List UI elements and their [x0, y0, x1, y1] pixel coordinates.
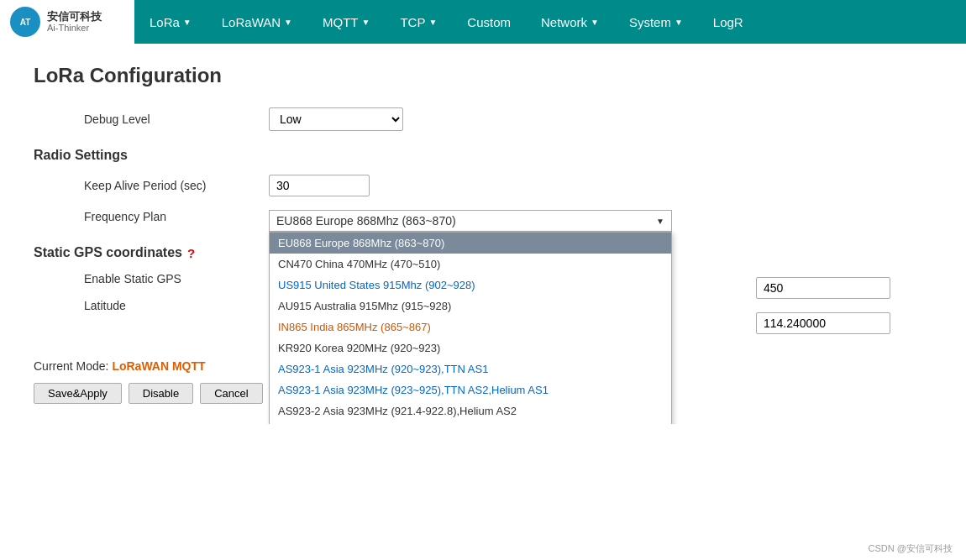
- network-caret: ▼: [591, 18, 599, 27]
- keep-alive-row: Keep Alive Period (sec) 30: [34, 175, 890, 196]
- debug-level-row: Debug Level Low Medium High: [34, 107, 890, 131]
- keep-alive-label: Keep Alive Period (sec): [34, 179, 269, 192]
- nav-tcp[interactable]: TCP ▼: [385, 0, 452, 44]
- frequency-dropdown-container: EU868 Europe 868Mhz (863~870) ▼ EU868 Eu…: [269, 210, 672, 232]
- save-apply-button[interactable]: Save&Apply: [34, 383, 122, 404]
- debug-level-label: Debug Level: [34, 113, 269, 126]
- enable-gps-input[interactable]: 450: [756, 277, 890, 299]
- lora-caret: ▼: [183, 18, 192, 27]
- frequency-plan-label: Frequency Plan: [34, 210, 269, 223]
- nav-mqtt[interactable]: MQTT ▼: [307, 0, 385, 44]
- keep-alive-input[interactable]: 30: [269, 175, 370, 196]
- dropdown-item-as923-3[interactable]: AS923-3 Asia 923MHz (916.6-918.2),Helium…: [270, 421, 671, 424]
- enable-gps-label: Enable Static GPS: [34, 272, 269, 285]
- brand-sub: Ai-Thinker: [47, 23, 102, 34]
- nav-custom[interactable]: Custom: [452, 0, 526, 44]
- dropdown-item-us915[interactable]: US915 United States 915Mhz (902~928): [270, 275, 671, 296]
- dropdown-item-as923-2[interactable]: AS923-2 Asia 923MHz (921.4-922.8),Helium…: [270, 400, 671, 421]
- current-mode-label: Current Mode:: [34, 359, 108, 373]
- lorawan-caret: ▼: [284, 18, 292, 27]
- dropdown-item-cn470[interactable]: CN470 China 470MHz (470~510): [270, 254, 671, 275]
- dropdown-item-as923-1b[interactable]: AS923-1 Asia 923MHz (923~925),TTN AS2,He…: [270, 379, 671, 400]
- gps-help-icon[interactable]: ?: [187, 246, 195, 260]
- nav-system[interactable]: System ▼: [614, 0, 698, 44]
- radio-settings-heading: Radio Settings: [34, 148, 890, 163]
- disable-button[interactable]: Disable: [129, 383, 193, 404]
- tcp-caret: ▼: [428, 18, 437, 27]
- brand-name: 安信可科技: [47, 10, 102, 24]
- frequency-select-display[interactable]: EU868 Europe 868Mhz (863~870) ▼: [269, 210, 672, 232]
- gps-heading: Static GPS coordinates: [34, 245, 182, 260]
- main-content: LoRa Configuration Debug Level Low Mediu…: [0, 44, 924, 424]
- nav-lorawan[interactable]: LoRaWAN ▼: [207, 0, 307, 44]
- frequency-plan-row: Frequency Plan EU868 Europe 868Mhz (863~…: [34, 210, 890, 232]
- gps-right-inputs: 450 114.240000: [756, 272, 890, 334]
- latitude-label: Latitude: [34, 299, 269, 312]
- dropdown-item-kr920[interactable]: KR920 Korea 920MHz (920~923): [270, 338, 671, 359]
- nav-logr[interactable]: LogR: [698, 0, 759, 44]
- nav-items: LoRa ▼ LoRaWAN ▼ MQTT ▼ TCP ▼ Custom Net…: [134, 0, 759, 44]
- frequency-selected-text: EU868 Europe 868Mhz (863~870): [276, 214, 456, 228]
- svg-text:AT: AT: [20, 18, 31, 27]
- mqtt-caret: ▼: [361, 18, 370, 27]
- frequency-dropdown-arrow: ▼: [656, 217, 664, 226]
- brand-text: 安信可科技 Ai-Thinker: [47, 10, 102, 34]
- dropdown-item-eu868[interactable]: EU868 Europe 868Mhz (863~870): [270, 233, 671, 254]
- brand: AT 安信可科技 Ai-Thinker: [0, 0, 134, 44]
- latitude-input[interactable]: 114.240000: [756, 312, 890, 334]
- current-mode-value: LoRaWAN MQTT: [112, 359, 205, 373]
- system-caret: ▼: [675, 18, 683, 27]
- dropdown-item-in865[interactable]: IN865 India 865MHz (865~867): [270, 317, 671, 338]
- frequency-dropdown-list: EU868 Europe 868Mhz (863~870) CN470 Chin…: [269, 232, 672, 424]
- dropdown-item-as923-1a[interactable]: AS923-1 Asia 923MHz (920~923),TTN AS1: [270, 359, 671, 379]
- cancel-button[interactable]: Cancel: [200, 383, 262, 404]
- debug-level-select[interactable]: Low Medium High: [269, 107, 403, 131]
- nav-lora[interactable]: LoRa ▼: [134, 0, 207, 44]
- dropdown-item-au915[interactable]: AU915 Australia 915Mhz (915~928): [270, 296, 671, 317]
- navbar: AT 安信可科技 Ai-Thinker LoRa ▼ LoRaWAN ▼ MQT…: [0, 0, 966, 44]
- nav-network[interactable]: Network ▼: [526, 0, 614, 44]
- brand-logo: AT: [10, 7, 40, 37]
- page-title: LoRa Configuration: [34, 64, 890, 87]
